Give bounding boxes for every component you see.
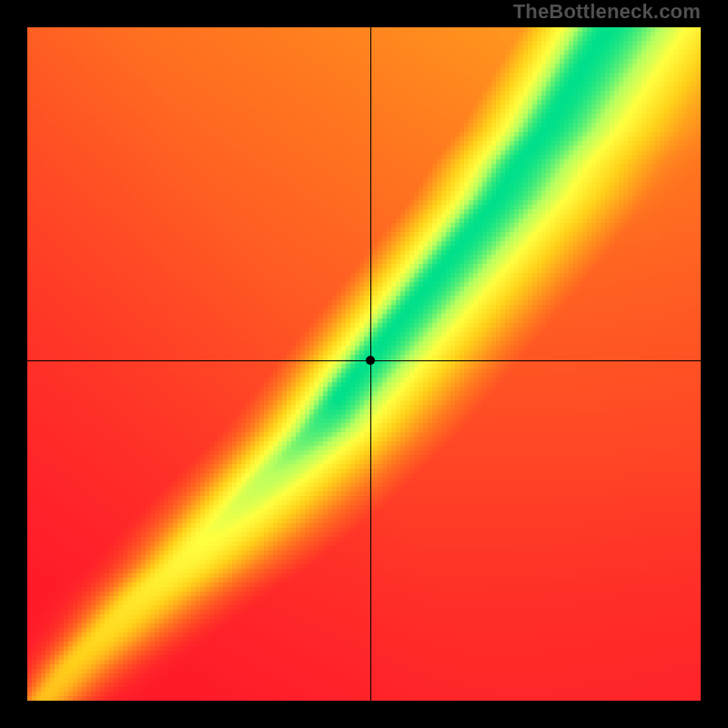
watermark-text: TheBottleneck.com: [513, 0, 701, 24]
heatmap-canvas: [27, 27, 701, 701]
crosshair-horizontal: [27, 360, 701, 361]
chart-frame: TheBottleneck.com: [0, 0, 728, 728]
heatmap-plot: [27, 27, 701, 701]
